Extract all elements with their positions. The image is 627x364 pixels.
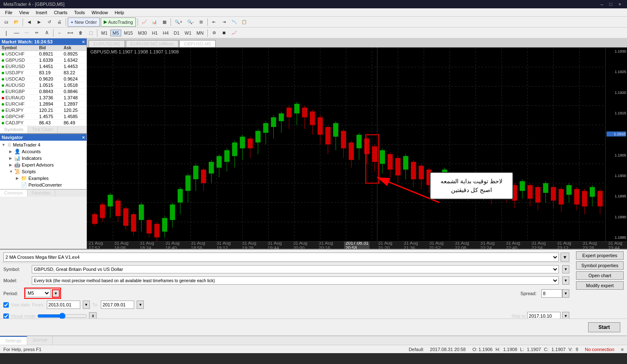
ea-selector[interactable]: 2 MA Crosses Mega filter EA V1.ex4 <box>3 253 559 262</box>
open-btn[interactable]: 📂 <box>12 18 21 27</box>
ea-period-btn[interactable]: ▼ <box>52 289 60 298</box>
toolbar2-btn9[interactable]: ⬚ <box>86 28 95 38</box>
market-watch-row[interactable]: EURCHF 1.2894 1.2897 <box>0 101 87 107</box>
market-watch-row[interactable]: USDJPY 83.19 83.22 <box>0 70 87 76</box>
ea-skip-to-btn[interactable]: ▼ <box>562 312 569 318</box>
period-h1[interactable]: H1 <box>150 30 160 36</box>
ea-spread-dropdown[interactable]: ▼ <box>562 289 569 298</box>
forward-btn[interactable]: ▶ <box>35 18 44 27</box>
period-m30[interactable]: M30 <box>136 30 149 36</box>
nav-expand-accounts[interactable]: ▶ <box>9 149 14 154</box>
refresh-btn[interactable]: ↺ <box>45 18 54 27</box>
bottom-tab-settings[interactable]: Settings <box>0 336 27 345</box>
new-chart-btn[interactable]: 🗂 <box>2 18 11 27</box>
ea-model-btn[interactable]: ▼ <box>562 276 569 285</box>
toolbar2-btn5[interactable]: A <box>42 28 51 38</box>
ea-visualmode-checkbox[interactable] <box>3 313 9 319</box>
templates-btn[interactable]: 📋 <box>240 18 249 27</box>
grid-btn[interactable]: ⊞ <box>196 18 206 27</box>
close-btn[interactable]: × <box>616 2 624 7</box>
market-watch-close-icon[interactable]: × <box>82 39 85 44</box>
ea-from-input[interactable] <box>47 301 80 309</box>
market-watch-row[interactable]: EURGBP 0.8843 0.8846 <box>0 88 87 95</box>
ea-to-btn[interactable]: ▼ <box>137 301 144 309</box>
nav-expand-scripts[interactable]: ▼ <box>9 169 14 174</box>
nav-expand-ea[interactable]: ▶ <box>9 163 14 167</box>
nav-period-converter[interactable]: 📄 PeriodConverter <box>1 182 86 188</box>
market-watch-row[interactable]: USDCAD 0.9620 0.9624 <box>0 76 87 82</box>
toolbar2-btn7[interactable]: ⟺ <box>65 28 75 38</box>
menu-charts[interactable]: Charts <box>51 9 71 16</box>
period-d1[interactable]: D1 <box>172 30 182 36</box>
scroll-begin-btn[interactable]: ⇥ <box>219 18 229 27</box>
chart-tab-eurusd-m1[interactable]: EURUSD,M1 <box>89 40 125 47</box>
minimize-btn[interactable]: – <box>598 2 606 7</box>
maximize-btn[interactable]: □ <box>607 2 615 7</box>
ea-from-btn[interactable]: ▼ <box>83 301 90 309</box>
market-watch-row[interactable]: GBPCHF 1.4575 1.4585 <box>0 114 87 120</box>
nav-tab-common[interactable]: Common <box>0 190 28 197</box>
nav-accounts[interactable]: ▶ 👤 Accounts <box>1 148 86 155</box>
mw-tab-tick[interactable]: Tick Chart <box>28 126 58 133</box>
market-watch-row[interactable]: GBPUSD 1.6339 1.6342 <box>0 57 87 63</box>
symbol-properties-btn[interactable]: Symbol properties <box>576 261 624 270</box>
line-chart-btn[interactable]: 📈 <box>140 18 149 27</box>
menu-insert[interactable]: Insert <box>32 9 51 16</box>
toolbar2-btn6[interactable]: ← <box>55 28 64 38</box>
nav-expand-examples[interactable]: ▶ <box>16 176 21 180</box>
modify-expert-btn[interactable]: Modify expert <box>576 281 624 290</box>
expert-start-btn[interactable]: ⚙ <box>209 28 219 38</box>
toolbar2-btn3[interactable]: ⋯ <box>22 28 31 38</box>
market-watch-row[interactable]: EURUSD 1.4451 1.4453 <box>0 63 87 70</box>
start-btn[interactable]: Start <box>588 322 620 332</box>
menu-view[interactable]: View <box>16 9 33 16</box>
open-chart-btn[interactable]: Open chart <box>576 271 624 280</box>
indicators-list-btn[interactable]: 📈 <box>229 28 239 38</box>
bar-btn[interactable]: ▦ <box>160 18 169 27</box>
new-order-btn[interactable]: + New Order <box>68 18 100 27</box>
nav-metatrader4[interactable]: ▼ 🖥 MetaTrader 4 <box>1 142 86 148</box>
market-watch-row[interactable]: USDCHF 0.8921 0.8925 <box>0 51 87 57</box>
ea-usedate-checkbox[interactable] <box>3 302 9 308</box>
menu-tools[interactable]: Tools <box>71 9 88 16</box>
nav-tab-favorites[interactable]: Favorites <box>28 190 55 197</box>
ea-to-input[interactable] <box>101 301 134 309</box>
period-h4[interactable]: H4 <box>161 30 171 36</box>
autotrading-btn[interactable]: ▶ AutoTrading <box>101 18 136 27</box>
period-m5[interactable]: M5 <box>110 30 121 36</box>
nav-expand-indicators[interactable]: ▶ <box>9 156 14 160</box>
chart-canvas[interactable]: GBPUSD,M5 1.1907 1.1908 1.1907 1.1908 <box>87 48 627 241</box>
candlestick-btn[interactable]: 📊 <box>150 18 159 27</box>
ea-speed-slider[interactable] <box>37 313 87 318</box>
nav-scripts[interactable]: ▼ 📜 Scripts <box>1 168 86 175</box>
ea-symbol-btn[interactable]: ▼ <box>562 265 569 273</box>
toolbar2-btn1[interactable]: | <box>2 28 11 38</box>
print-btn[interactable]: 🖨 <box>55 18 64 27</box>
period-mn[interactable]: MN <box>194 30 206 36</box>
nav-expand-mt4[interactable]: ▼ <box>2 143 7 147</box>
period-m15[interactable]: M15 <box>122 30 135 36</box>
ea-skip-to-input[interactable] <box>527 312 561 318</box>
expert-stop-btn[interactable]: ⏹ <box>219 28 229 38</box>
scroll-end-btn[interactable]: ⇤ <box>209 18 219 27</box>
zoom-out-btn[interactable]: 🔍- <box>185 18 196 27</box>
menu-help[interactable]: Help <box>111 9 127 16</box>
chart-tab-eurusd-m2[interactable]: EURUSD,M2 (offline) <box>126 40 178 47</box>
toolbar2-btn2[interactable]: — <box>12 28 21 38</box>
nav-examples[interactable]: ▶ 📁 Examples <box>1 175 86 182</box>
period-m1[interactable]: M1 <box>99 30 110 36</box>
bottom-tab-journal[interactable]: Journal <box>27 336 53 345</box>
chart-tab-gbpusd-m5[interactable]: GBPUSD,M5 <box>179 40 216 47</box>
nav-indicators[interactable]: ▶ 📊 Indicators <box>1 155 86 162</box>
navigator-close-icon[interactable]: × <box>82 135 85 140</box>
expert-properties-btn[interactable]: Expert properties <box>576 251 624 260</box>
back-btn[interactable]: ◀ <box>25 18 34 27</box>
market-watch-row[interactable]: EURJPY 120.21 120.25 <box>0 107 87 114</box>
period-w1[interactable]: W1 <box>183 30 194 36</box>
mw-tab-symbols[interactable]: Symbols <box>0 126 28 133</box>
market-watch-row[interactable]: CADJPY 86.43 86.49 <box>0 120 87 126</box>
ea-period-select[interactable]: M5 <box>25 289 51 297</box>
ea-model-select[interactable]: Every tick (the most precise method base… <box>32 276 559 285</box>
nav-expert-advisors[interactable]: ▶ 🤖 Expert Advisors <box>1 162 86 168</box>
indicators-btn[interactable]: 📉 <box>229 18 239 27</box>
